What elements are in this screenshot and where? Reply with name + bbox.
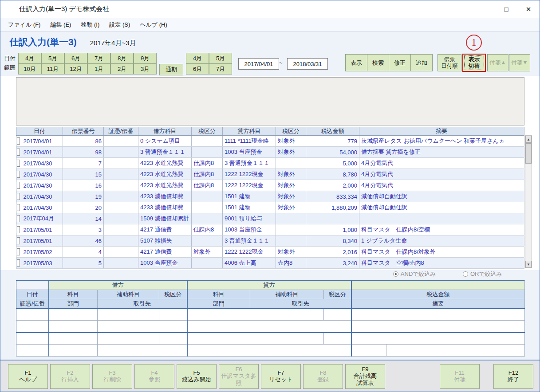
menu-item-0[interactable]: ファイル (F) [3,18,45,31]
cell-date: 2017/04/30 [22,191,63,202]
cell-no: 20 [63,202,104,213]
month-button-10月[interactable]: 10月 [18,63,41,74]
journal-row[interactable]: 2017/04/01983 普通預金１１１1003 当座預金対象外54,000借… [16,147,524,158]
cell-debit_tax [192,213,223,224]
col-credit-account: 科目 [187,290,250,299]
cell-date: 2017/05/03 [22,258,63,269]
cell-debit: 4217 通信費 [138,247,192,258]
cell-voucher [104,169,138,180]
cell-amount: 833,334 [306,191,359,202]
cell-no: 4 [63,247,104,258]
month-button-9月[interactable]: 9月 [134,53,157,64]
function-key-F12[interactable]: F12終了 [493,364,533,389]
cell-date: 2017年04月 [22,213,63,224]
month-button-5月[interactable]: 5月 [41,53,64,64]
function-key-F7[interactable]: F7リセット [261,364,301,389]
function-key-F1[interactable]: F1ヘルプ [8,364,48,389]
menu-item-1[interactable]: 編集 (E) [45,18,76,31]
scrollbar-thumb[interactable] [525,143,532,164]
scroll-down-icon[interactable]: ▼ [525,261,532,268]
toolbar-button-0[interactable]: 表示 [345,54,367,71]
cell-debit_tax: 対象外 [192,247,223,258]
month-button-3月[interactable]: 3月 [134,63,157,74]
cell-date: 2017/04/30 [22,158,63,169]
journal-col-header: 証憑/伝番 [104,127,138,136]
cell-debit: 1509 減価償却累計 [138,213,192,224]
toolbar-button-1[interactable]: 検索 [367,54,389,71]
cell-amount: 54,000 [306,147,359,158]
function-key-F5[interactable]: F5絞込み開始 [177,364,217,389]
cell-debit: 1003 当座預金 [138,258,192,269]
note-icon [17,182,20,189]
note-icon [17,193,20,200]
cell-no: 3 [63,224,104,235]
function-key-F9[interactable]: F9合計残高 試算表 [345,364,385,389]
function-key-F8: F8登録 [303,364,343,389]
journal-row[interactable]: 2017/04/30194233 減価償却費1501 建物対象外833,334減… [16,191,524,202]
voucher-date-order-button[interactable]: 伝票 日付順 [438,54,461,71]
journal-row[interactable]: 2017/04/30164223 水道光熱費仕課内81222 1222現金対象外… [16,180,524,191]
quarter-button-7月[interactable]: 7月 [209,63,232,74]
month-button-7月[interactable]: 7月 [87,53,110,64]
col-amount: 税込金額 [351,290,525,299]
menu-item-3[interactable]: 設定 (S) [104,18,135,31]
journal-row[interactable]: 2017/04/30204233 減価償却費1501 建物対象外1,880,20… [16,202,524,213]
month-button-11月[interactable]: 11月 [41,63,64,74]
journal-row[interactable]: 2017/05/0351003 当座預金4006 売上高売内83,240科目マス… [16,258,524,269]
journal-row[interactable]: 2017/05/01465107 雑損失3 普通預金１１１8,3401 ジブラル… [16,235,524,247]
journal-row[interactable]: 2017/05/0134217 通信費仕課内81003 当座預金1,080科目マ… [16,224,524,235]
or-filter-radio[interactable]: ORで絞込み [463,270,502,278]
quarter-button-4月[interactable]: 4月 [186,53,209,64]
cell-no: 14 [63,213,104,224]
menu-item-4[interactable]: ヘルプ (H) [135,18,172,31]
journal-row[interactable]: 2017/05/0244217 通信費対象外1222 1222現金対象外2,01… [16,247,524,258]
entry-blank-row[interactable] [16,333,525,345]
journal-col-header: 摘要 [359,127,524,136]
journal-row[interactable]: 2017/04/30154223 水道光熱費仕課内81222 1222現金対象外… [16,169,524,180]
journal-row[interactable]: 2017/04/01860 システム項目1111 *1111現金略対象外779茨… [16,136,524,147]
cell-debit_tax: 仕課内8 [192,180,223,191]
entry-blank-row[interactable] [16,345,525,357]
close-icon[interactable]: ✕ [517,0,540,18]
entry-blank-row[interactable] [16,321,525,333]
display-toggle-button[interactable]: 表示 切替 [462,54,486,72]
cell-credit_tax [276,213,306,224]
quarter-button-5月[interactable]: 5月 [209,53,232,64]
cell-credit: 1003 当座預金 [223,147,276,158]
toolbar-button-2[interactable]: 修正 [389,54,411,71]
menu-item-2[interactable]: 移動 (I) [76,18,104,31]
date-to-input[interactable]: 2018/03/31 [287,58,328,70]
function-key-F2: F2行挿入 [50,364,90,389]
month-button-8月[interactable]: 8月 [110,53,134,64]
vertical-scrollbar[interactable]: ▲ ▼ [525,135,532,268]
toolbar-button-3[interactable]: 追加 [410,54,433,71]
journal-row[interactable]: 2017年04月141509 減価償却累計9001 預り給与 [16,213,524,224]
cell-credit: 1501 建物 [223,191,276,202]
month-button-2月[interactable]: 2月 [110,63,134,74]
cell-voucher [104,147,138,158]
month-button-4月[interactable]: 4月 [18,53,41,64]
month-button-grid: 4月5月6月7月8月9月10月11月12月1月2月3月 [19,53,157,74]
cell-debit: 4233 減価償却費 [138,191,192,202]
full-period-button[interactable]: 通期 [159,64,183,75]
scroll-up-icon[interactable]: ▲ [525,136,532,143]
cell-memo: 減価償却自動仕訳 [359,191,524,202]
cell-credit_tax [276,235,306,247]
cell-credit: 4006 売上高 [223,258,276,269]
journal-table-header: 日付伝票番号証憑/伝番借方科目税区分貸方科目税区分税込金額摘要 [16,127,524,136]
quarter-button-6月[interactable]: 6月 [186,63,209,74]
maximize-icon[interactable]: □ [495,0,517,18]
minimize-icon[interactable]: — [473,0,495,18]
cell-voucher [104,235,138,247]
cell-debit: 5107 雑損失 [138,235,192,247]
entry-blank-row[interactable] [16,309,525,321]
month-button-12月[interactable]: 12月 [64,63,87,74]
date-from-input[interactable]: 2017/04/01 [238,58,279,70]
cell-credit_tax [276,158,306,169]
month-button-6月[interactable]: 6月 [64,53,87,64]
and-filter-radio[interactable]: ANDで絞込み [393,270,436,278]
date-range-label: 日付 範囲 [4,54,16,73]
month-button-1月[interactable]: 1月 [87,63,110,74]
col-debit-account: 科目 [49,290,98,299]
journal-row[interactable]: 2017/04/3074223 水道光熱費仕課内83 普通預金１１１5,0004… [16,158,524,169]
